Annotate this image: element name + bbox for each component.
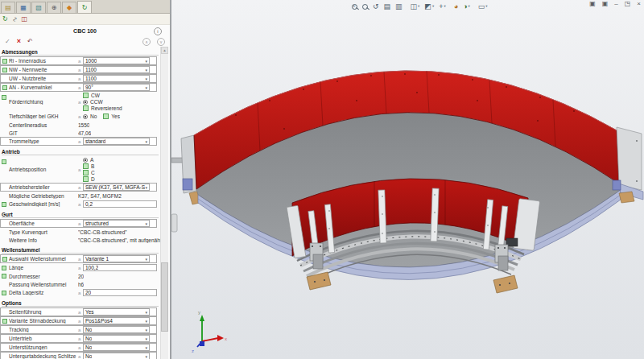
variante-stirnabdeckung-dropdown[interactable]: Pos1&Pos4▾ [83,317,150,324]
zoom-fit-icon [352,4,357,10]
option-available-icon[interactable] [83,93,89,98]
propertymanager-tab-4[interactable]: ◆ [62,2,76,13]
field-label: Untergurtabdeckung Schlitze [9,353,78,359]
chevron-down-icon: ▾ [485,5,487,9]
panel-title-row: CBC 100 i [0,25,170,36]
delta-lagersitz-input[interactable]: 20 [83,289,157,296]
component-icon[interactable]: ◫ [21,16,27,23]
pages-icon[interactable]: ▥ [395,3,402,10]
unterst-tzungen-dropdown[interactable]: No▾ [83,344,150,351]
radio-selected-icon[interactable] [83,158,88,163]
scene-icon[interactable]: ◑▾ [463,3,470,10]
form-row-auswahl-wellenstummel: Auswahl WellenstummelaVariante 1▾ [0,254,157,263]
display-style-icon[interactable]: ◩▾ [424,3,434,10]
weitere-info-value: "CBC-CB-structured", mit aufgenähter und… [78,237,162,243]
form-row-f-rderrichtung: FörderrichtungaCWCCWReversierend [0,92,162,112]
rebuild-icon[interactable]: ↻ [2,16,8,23]
propertymanager-tab-1[interactable]: ▦ [16,2,31,13]
propertymanager-tab-target-icon: ⊕ [52,4,57,11]
option-available-icon[interactable] [83,105,89,111]
tracking-dropdown[interactable]: No▾ [83,326,150,333]
cancel-button[interactable]: × [17,38,21,45]
geschwindigkeit-m-s-input[interactable]: 0,2 [83,200,157,208]
field-label: Durchmesser [9,274,78,279]
pane-left-icon[interactable]: ▣ [589,1,596,7]
minimize-button[interactable]: – [614,1,617,7]
dropdown-value: structured [85,221,109,226]
option-cw[interactable]: CW [83,93,122,98]
ok-button[interactable]: ✓ [5,38,10,45]
appearances-icon[interactable]: ◕ [454,3,458,10]
option-yes[interactable]: Yes [103,113,120,119]
undo-button[interactable]: ↶ [27,38,33,45]
propertymanager-tab-0[interactable]: ▤ [1,2,15,13]
propertymanager-tab-2[interactable]: ▧ [31,2,46,13]
view-settings-icon[interactable]: ▭▾ [478,3,488,10]
form-row-oberfl-che: Oberflächeastructured▾ [0,219,157,228]
an-kurvenwinkel-dropdown[interactable]: 90°▾ [83,84,150,91]
option-b[interactable]: B [83,163,95,169]
option-ccw[interactable]: CCW [83,99,122,105]
oberfl-che-dropdown[interactable]: structured▾ [83,220,150,227]
zoom-fit-icon[interactable] [352,4,357,10]
antriebshersteller-dropdown[interactable]: SEW (K37, S47, MGFA-S2)▾ [83,184,150,191]
field-label: Tracking [9,327,78,332]
auswahl-wellenstummel-dropdown[interactable]: Variante 1▾ [83,255,150,262]
form-row-an-kurvenwinkel: AN - Kurvenwinkela90°▾ [0,83,157,92]
form-row-antriebshersteller: AntriebsherstelleraSEW (K37, S47, MGFA-S… [0,183,157,192]
option-c[interactable]: C [83,170,95,175]
info-icon[interactable]: i [154,27,162,35]
propertymanager-tab-5[interactable]: ↻ [77,1,92,13]
radio-selected-icon[interactable] [83,100,88,105]
spring-icon[interactable]: ∿ [11,16,18,22]
option-available-icon[interactable] [83,170,89,175]
dropdown-value: Pos1&Pos4 [85,318,113,324]
view-orientation-icon[interactable]: ◫▾ [411,3,420,10]
scrollbar[interactable]: ▲ [160,47,168,359]
property-panel: ▤▦▧⊕◆↻ ↻∿◫ CBC 100 i ✓ × ↶ ∧ ∨ Abmessung… [0,0,171,359]
viewport-canvas[interactable]: y x z ↺▤▥◫▾◩▾+▾◕◑▾▭▾ ▣▣–◳× [171,0,644,359]
previous-view-icon: ↺ [373,3,379,10]
radio-selected-icon[interactable] [83,114,88,119]
l-nge-input[interactable]: 100,2 [83,264,157,271]
chevron-down-icon: ▾ [418,5,419,9]
propertymanager-tab-configurator-icon: ↻ [82,4,88,11]
previous-view-icon[interactable]: ↺ [373,3,379,10]
pane-right-icon[interactable]: ▣ [602,1,609,7]
untergurtabdeckung-schlitze-dropdown[interactable]: No▾ [83,353,150,359]
triad-z-label: z [192,349,194,353]
chevron-down-icon: ▾ [145,345,147,350]
restore-button[interactable]: ◳ [625,1,631,7]
chevron-down-icon: ▾ [145,59,147,64]
option-label: Yes [111,113,120,119]
collapse-down-button[interactable]: ∨ [157,38,165,46]
scroll-thumb[interactable] [161,262,168,332]
close-button[interactable]: × [637,1,641,7]
linked-parameter-icon [2,319,7,324]
panel-flyout-handle[interactable] [171,214,177,232]
zoom-area-icon[interactable] [362,4,368,10]
hide-show-items-icon[interactable]: +▾ [439,3,446,10]
option-a[interactable]: A [83,157,95,163]
propertymanager-tab-sheet-icon: ▤ [5,4,11,11]
option-reversierend[interactable]: Reversierend [83,105,122,111]
nw-nennweite-dropdown[interactable]: 1100▾ [83,66,150,73]
form-row-uw-nutzbreite: UW - Nutzbreitea1100▾ [0,74,157,83]
trommeltype-dropdown[interactable]: standard▾ [83,138,150,145]
option-no[interactable]: No [83,113,97,119]
option-available-icon[interactable] [83,176,89,182]
dropdown-value: 1100 [85,76,97,81]
propertymanager-tab-3[interactable]: ⊕ [47,2,61,13]
uw-nutzbreite-dropdown[interactable]: 1100▾ [83,75,150,82]
dropdown-value: No [85,345,92,350]
scroll-up-icon[interactable]: ▲ [161,47,168,54]
untertrieb-dropdown[interactable]: No▾ [83,335,150,342]
collapse-up-button[interactable]: ∧ [142,38,151,46]
option-d[interactable]: D [83,176,95,182]
input-value: 0,2 [85,201,93,207]
ri-innenradius-dropdown[interactable]: 1000▾ [83,57,150,64]
section-view-icon[interactable]: ▤ [384,3,391,10]
option-available-icon[interactable] [103,113,109,119]
option-available-icon[interactable] [83,163,89,169]
seitenf-hrung-dropdown[interactable]: Yes▾ [83,308,150,316]
